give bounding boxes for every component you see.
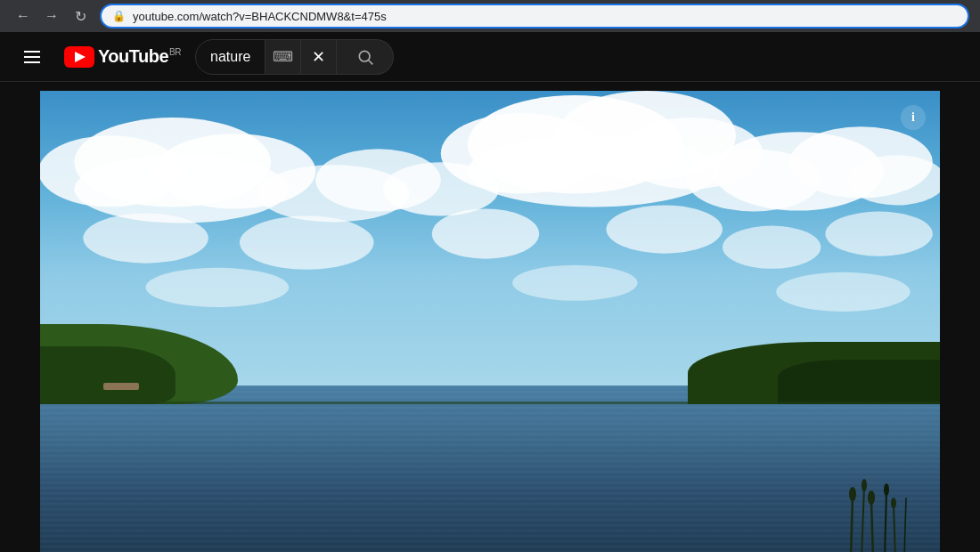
- search-group: nature ⌨ ✕: [195, 39, 394, 75]
- svg-point-36: [884, 483, 889, 496]
- back-button[interactable]: ←: [11, 4, 36, 28]
- reload-button[interactable]: ↻: [68, 4, 93, 28]
- video-scene: i: [40, 91, 940, 552]
- forest-left-dark: [40, 346, 176, 404]
- url-text: youtube.com/watch?v=BHACKCNDMW8&t=475s: [133, 10, 957, 23]
- horizon-line: [40, 402, 940, 404]
- svg-point-18: [432, 208, 539, 258]
- svg-point-22: [83, 214, 208, 264]
- svg-point-26: [776, 272, 911, 312]
- logo-region: BR: [169, 47, 181, 57]
- svg-point-24: [146, 268, 290, 307]
- video-player[interactable]: i: [40, 91, 940, 552]
- browser-titlebar: ← → ↻ 🔒 youtube.com/watch?v=BHACKCNDMW8&…: [0, 0, 980, 32]
- svg-line-30: [885, 491, 886, 552]
- search-close-button[interactable]: ✕: [301, 39, 337, 75]
- back-icon: ←: [16, 8, 30, 24]
- youtube-logo[interactable]: YouTubeBR: [64, 46, 181, 68]
- browser-nav-buttons: ← → ↻: [11, 4, 93, 28]
- svg-point-25: [512, 265, 638, 301]
- svg-line-28: [862, 487, 864, 552]
- svg-line-1: [369, 60, 373, 64]
- svg-point-6: [468, 135, 718, 207]
- svg-point-33: [849, 487, 856, 501]
- info-icon: i: [911, 110, 915, 125]
- search-submit-button[interactable]: [337, 39, 394, 75]
- hamburger-line-2: [24, 56, 40, 58]
- water-reflection: [40, 386, 940, 552]
- svg-line-29: [871, 500, 873, 552]
- svg-point-0: [359, 51, 370, 61]
- svg-point-19: [240, 216, 374, 270]
- logo-wordmark: YouTube: [98, 46, 168, 66]
- youtube-header: YouTubeBR nature ⌨ ✕: [0, 32, 980, 82]
- svg-point-10: [74, 155, 289, 223]
- forward-button[interactable]: →: [39, 4, 64, 28]
- reeds: [842, 478, 913, 552]
- close-icon: ✕: [312, 47, 325, 67]
- svg-line-27: [851, 496, 853, 552]
- search-bar[interactable]: nature: [195, 39, 265, 75]
- keyboard-button[interactable]: ⌨: [265, 39, 301, 75]
- info-button[interactable]: i: [901, 105, 926, 130]
- svg-line-31: [894, 505, 895, 552]
- search-icon: [356, 48, 374, 66]
- youtube-logo-text: YouTubeBR: [98, 46, 181, 67]
- svg-point-20: [606, 205, 722, 253]
- keyboard-icon: ⌨: [273, 48, 293, 65]
- svg-point-23: [825, 211, 932, 256]
- forest-right-dark: [778, 360, 940, 404]
- svg-point-21: [723, 226, 821, 269]
- hamburger-menu-button[interactable]: [14, 39, 50, 75]
- hamburger-line-3: [24, 61, 40, 63]
- svg-point-16: [687, 149, 821, 211]
- browser-chrome: ← → ↻ 🔒 youtube.com/watch?v=BHACKCNDMW8&…: [0, 0, 980, 32]
- address-bar[interactable]: 🔒 youtube.com/watch?v=BHACKCNDMW8&t=475s: [100, 4, 969, 28]
- reload-icon: ↻: [75, 8, 86, 25]
- svg-point-13: [383, 162, 499, 215]
- youtube-logo-icon: [64, 46, 94, 68]
- search-input[interactable]: nature: [210, 49, 250, 65]
- hamburger-line-1: [24, 51, 40, 53]
- svg-point-34: [862, 479, 867, 491]
- lock-icon: 🔒: [112, 10, 126, 22]
- boat: [103, 383, 139, 390]
- svg-point-37: [891, 498, 896, 508]
- svg-point-35: [868, 491, 875, 505]
- forward-icon: →: [45, 8, 59, 24]
- water-surface: [40, 386, 940, 552]
- svg-line-32: [904, 498, 906, 552]
